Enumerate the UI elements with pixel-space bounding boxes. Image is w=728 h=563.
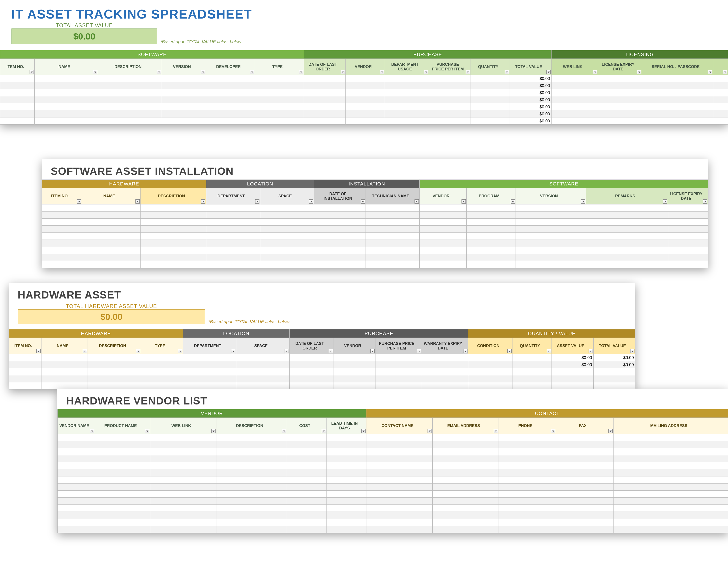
cell-total-value[interactable]: $0.00 [510, 110, 552, 117]
filter-dropdown-icon[interactable] [211, 429, 216, 433]
col-tech-name[interactable]: TECHNICIAN NAME [366, 188, 419, 204]
table-row[interactable]: $0.00 [0, 82, 728, 89]
col-mailing[interactable]: MAILING ADDRESS [614, 418, 728, 434]
table-row[interactable] [42, 211, 708, 218]
col-version[interactable]: VERSION [516, 188, 586, 204]
cell-asset-value[interactable]: $0.00 [552, 354, 593, 361]
table-row[interactable] [9, 383, 635, 390]
filter-dropdown-icon[interactable] [136, 349, 140, 353]
filter-dropdown-icon[interactable] [581, 199, 585, 203]
col-total-value[interactable]: TOTAL VALUE [510, 59, 552, 75]
col-remarks[interactable]: REMARKS [586, 188, 668, 204]
filter-dropdown-icon[interactable] [201, 70, 205, 74]
table-row[interactable] [42, 247, 708, 254]
col-vendor[interactable]: VENDOR [334, 338, 375, 354]
filter-dropdown-icon[interactable] [90, 429, 94, 433]
filter-dropdown-icon[interactable] [630, 349, 634, 353]
filter-dropdown-icon[interactable] [255, 199, 259, 203]
col-asset-value[interactable]: ASSET VALUE [552, 338, 593, 354]
filter-dropdown-icon[interactable] [370, 349, 375, 353]
col-fax[interactable]: FAX [556, 418, 614, 434]
table-row[interactable] [58, 491, 728, 498]
table-row[interactable]: $0.00 [0, 75, 728, 82]
table-row[interactable]: $0.00$0.00 [9, 354, 635, 361]
col-vendor[interactable]: VENDOR [346, 59, 385, 75]
col-item-no[interactable]: ITEM NO. [0, 59, 35, 75]
filter-dropdown-icon[interactable] [36, 349, 41, 353]
table-row[interactable] [9, 368, 635, 375]
cell-total-value[interactable]: $0.00 [593, 354, 635, 361]
col-department[interactable]: DEPARTMENT [206, 188, 260, 204]
filter-dropdown-icon[interactable] [608, 429, 613, 433]
filter-dropdown-icon[interactable] [507, 349, 512, 353]
cell-total-value[interactable]: $0.00 [510, 96, 552, 103]
table-row[interactable]: $0.00$0.00 [9, 361, 635, 368]
table-row[interactable]: $0.00 [0, 103, 728, 110]
col-product-name[interactable]: PRODUCT NAME [95, 418, 150, 434]
table-row[interactable]: $0.00 [0, 110, 728, 117]
filter-dropdown-icon[interactable] [723, 70, 727, 74]
cell-total-value[interactable]: $0.00 [510, 117, 552, 124]
col-date-install[interactable]: DATE OF INSTALLATION [314, 188, 366, 204]
table-row[interactable]: $0.00 [0, 89, 728, 96]
filter-dropdown-icon[interactable] [663, 199, 667, 203]
cell-total-value[interactable]: $0.00 [510, 82, 552, 89]
col-description[interactable]: DESCRIPTION [141, 188, 206, 204]
filter-dropdown-icon[interactable] [285, 349, 289, 353]
col-extra[interactable] [713, 59, 728, 75]
filter-dropdown-icon[interactable] [551, 429, 555, 433]
table-row[interactable] [42, 233, 708, 240]
filter-dropdown-icon[interactable] [511, 199, 515, 203]
filter-dropdown-icon[interactable] [380, 70, 384, 74]
col-license-expiry[interactable]: LICENSE EXPIRY DATE [598, 59, 642, 75]
table-row[interactable] [58, 469, 728, 477]
filter-dropdown-icon[interactable] [415, 199, 419, 203]
cell-total-value[interactable]: $0.00 [510, 103, 552, 110]
col-description[interactable]: DESCRIPTION [216, 418, 287, 434]
filter-dropdown-icon[interactable] [703, 199, 707, 203]
table-row[interactable] [42, 226, 708, 233]
col-cost[interactable]: COST [287, 418, 327, 434]
filter-dropdown-icon[interactable] [341, 70, 345, 74]
filter-dropdown-icon[interactable] [93, 70, 97, 74]
filter-dropdown-icon[interactable] [178, 349, 182, 353]
col-developer[interactable]: DEVELOPER [206, 59, 255, 75]
col-contact-name[interactable]: CONTACT NAME [366, 418, 433, 434]
filter-dropdown-icon[interactable] [282, 429, 286, 433]
table-row[interactable] [42, 261, 708, 268]
table-row[interactable] [58, 462, 728, 469]
col-condition[interactable]: CONDITION [468, 338, 512, 354]
filter-dropdown-icon[interactable] [593, 70, 597, 74]
filter-dropdown-icon[interactable] [157, 70, 161, 74]
col-phone[interactable]: PHONE [499, 418, 556, 434]
table-row[interactable] [42, 204, 708, 211]
filter-dropdown-icon[interactable] [466, 70, 470, 74]
filter-dropdown-icon[interactable] [428, 429, 432, 433]
col-type[interactable]: TYPE [255, 59, 304, 75]
table-row[interactable] [58, 484, 728, 491]
cell-asset-value[interactable]: $0.00 [552, 361, 593, 368]
table-row[interactable] [58, 505, 728, 512]
filter-dropdown-icon[interactable] [463, 349, 467, 353]
table-row[interactable]: $0.00 [0, 96, 728, 103]
filter-dropdown-icon[interactable] [708, 70, 712, 74]
filter-dropdown-icon[interactable] [135, 199, 140, 203]
table-row[interactable] [58, 526, 728, 533]
col-name[interactable]: NAME [82, 188, 141, 204]
col-description[interactable]: DESCRIPTION [98, 59, 162, 75]
col-web-link[interactable]: WEB LINK [552, 59, 598, 75]
filter-dropdown-icon[interactable] [547, 349, 551, 353]
filter-dropdown-icon[interactable] [250, 70, 254, 74]
col-vendor[interactable]: VENDOR [420, 188, 467, 204]
filter-dropdown-icon[interactable] [145, 429, 149, 433]
table-row[interactable] [58, 441, 728, 448]
filter-dropdown-icon[interactable] [424, 70, 428, 74]
col-price-per-item[interactable]: PURCHASE PRICE PER ITEM [429, 59, 471, 75]
col-department[interactable]: DEPARTMENT [183, 338, 236, 354]
col-program[interactable]: PROGRAM [467, 188, 516, 204]
filter-dropdown-icon[interactable] [231, 349, 235, 353]
col-description[interactable]: DESCRIPTION [88, 338, 141, 354]
col-version[interactable]: VERSION [162, 59, 206, 75]
filter-dropdown-icon[interactable] [361, 199, 365, 203]
cell-total-value[interactable]: $0.00 [510, 75, 552, 82]
